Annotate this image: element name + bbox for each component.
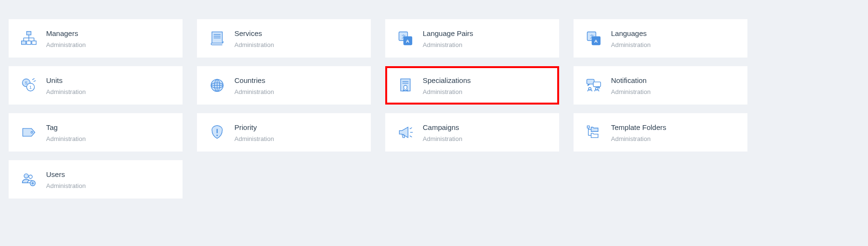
card-countries[interactable]: Countries Administration xyxy=(197,66,371,105)
card-title: Languages xyxy=(611,28,650,38)
card-subtitle: Administration xyxy=(611,41,650,49)
card-tag[interactable]: Tag Administration xyxy=(9,113,183,152)
card-subtitle: Administration xyxy=(46,135,86,143)
priority-icon xyxy=(208,123,227,142)
svg-text:A: A xyxy=(406,38,409,44)
card-subtitle: Administration xyxy=(46,88,86,96)
units-icon: 5 1 xyxy=(19,76,38,95)
card-title: Language Pairs xyxy=(423,28,473,38)
svg-text:5: 5 xyxy=(25,81,27,85)
card-title: Priority xyxy=(234,122,274,132)
services-icon xyxy=(208,29,227,48)
card-title: Specializations xyxy=(423,75,471,85)
svg-rect-37 xyxy=(593,82,600,87)
svg-rect-9 xyxy=(212,32,222,43)
svg-rect-46 xyxy=(587,126,590,129)
svg-rect-1 xyxy=(22,41,26,44)
card-specializations[interactable]: Specializations Administration xyxy=(385,66,559,105)
card-managers[interactable]: Managers Administration xyxy=(9,19,183,58)
card-units[interactable]: 5 1 Units Administration xyxy=(9,66,183,105)
svg-rect-2 xyxy=(27,41,31,44)
svg-rect-3 xyxy=(32,41,36,44)
card-title: Tag xyxy=(46,122,86,132)
card-title: Countries xyxy=(234,75,274,85)
svg-line-25 xyxy=(32,79,35,80)
svg-text:A: A xyxy=(594,38,598,44)
svg-point-50 xyxy=(24,174,28,178)
card-subtitle: Administration xyxy=(234,41,274,49)
svg-line-43 xyxy=(410,128,412,129)
campaigns-icon xyxy=(396,123,415,142)
card-subtitle: Administration xyxy=(423,88,471,96)
card-subtitle: Administration xyxy=(234,135,274,143)
languages-icon: 文 A xyxy=(584,29,603,48)
template-folders-icon xyxy=(584,123,603,142)
card-languages[interactable]: 文 A Languages Administration xyxy=(574,19,747,58)
tag-icon xyxy=(19,123,38,142)
card-priority[interactable]: Priority Administration xyxy=(197,113,371,152)
svg-line-45 xyxy=(410,136,412,137)
card-title: Managers xyxy=(46,28,86,38)
svg-line-26 xyxy=(34,81,36,82)
svg-point-40 xyxy=(31,131,33,133)
svg-text:文: 文 xyxy=(402,34,406,39)
card-users[interactable]: Users Administration xyxy=(9,160,183,199)
card-notification[interactable]: Notification Administration xyxy=(574,66,747,105)
card-subtitle: Administration xyxy=(234,88,274,96)
countries-icon xyxy=(208,76,227,95)
language-pairs-icon: 文 A xyxy=(396,29,415,48)
card-campaigns[interactable]: Campaigns Administration xyxy=(385,113,559,152)
card-subtitle: Administration xyxy=(611,135,666,143)
card-services[interactable]: Services Administration xyxy=(197,19,371,58)
svg-rect-0 xyxy=(27,32,31,35)
card-template-folders[interactable]: Template Folders Administration xyxy=(574,113,747,152)
svg-point-35 xyxy=(403,85,407,89)
card-subtitle: Administration xyxy=(46,41,86,49)
card-subtitle: Administration xyxy=(423,41,473,49)
card-title: Users xyxy=(46,169,86,179)
svg-point-42 xyxy=(217,135,218,136)
card-subtitle: Administration xyxy=(46,182,86,190)
notification-icon xyxy=(584,76,603,95)
card-title: Template Folders xyxy=(611,122,666,132)
card-title: Units xyxy=(46,75,86,85)
svg-point-51 xyxy=(29,175,32,178)
admin-card-grid: Managers Administration Services Adminis… xyxy=(9,19,859,199)
card-title: Services xyxy=(234,28,274,38)
specializations-icon xyxy=(396,76,415,95)
card-language-pairs[interactable]: 文 A Language Pairs Administration xyxy=(385,19,559,58)
card-title: Campaigns xyxy=(423,122,462,132)
svg-text:1: 1 xyxy=(29,85,32,90)
svg-text:文: 文 xyxy=(590,34,594,39)
card-subtitle: Administration xyxy=(611,88,650,96)
users-icon xyxy=(19,170,38,189)
managers-icon xyxy=(19,29,38,48)
card-subtitle: Administration xyxy=(423,135,462,143)
card-title: Notification xyxy=(611,75,650,85)
